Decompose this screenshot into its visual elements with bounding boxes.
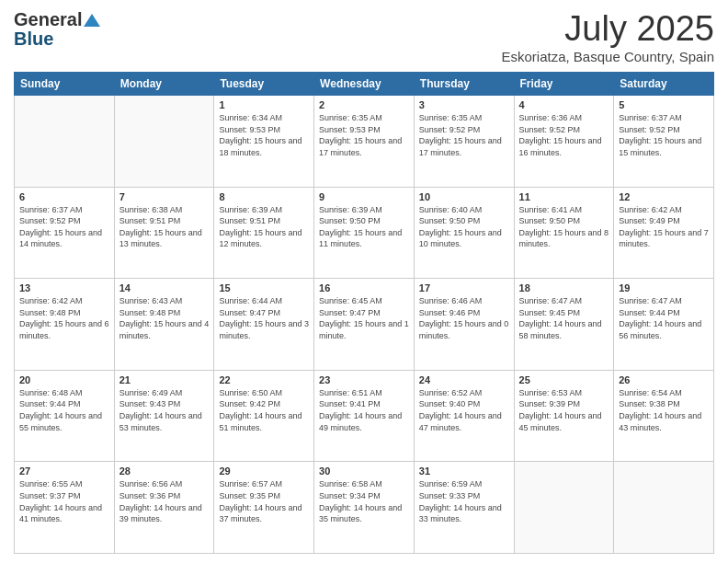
calendar-cell-2-4: 9 Sunrise: 6:39 AM Sunset: 9:50 PM Dayli…	[314, 187, 415, 279]
day-number: 25	[519, 374, 609, 385]
day-number: 3	[419, 99, 509, 110]
calendar-cell-2-1: 6 Sunrise: 6:37 AM Sunset: 9:52 PM Dayli…	[15, 187, 115, 279]
cell-content: Sunrise: 6:38 AM Sunset: 9:51 PM Dayligh…	[119, 204, 210, 250]
calendar-cell-1-7: 5 Sunrise: 6:37 AM Sunset: 9:52 PM Dayli…	[614, 96, 714, 188]
cell-content: Sunrise: 6:54 AM Sunset: 9:38 PM Dayligh…	[619, 387, 709, 433]
calendar-cell-1-1	[15, 96, 115, 188]
day-number: 30	[319, 465, 409, 477]
day-number: 29	[219, 465, 309, 477]
calendar-cell-1-5: 3 Sunrise: 6:35 AM Sunset: 9:52 PM Dayli…	[414, 96, 514, 188]
day-number: 31	[419, 465, 509, 477]
day-number: 26	[619, 374, 709, 385]
cell-content: Sunrise: 6:36 AM Sunset: 9:52 PM Dayligh…	[519, 112, 609, 158]
week-row-5: 27 Sunrise: 6:55 AM Sunset: 9:37 PM Dayl…	[15, 462, 714, 554]
calendar-cell-5-2: 28 Sunrise: 6:56 AM Sunset: 9:36 PM Dayl…	[114, 462, 214, 554]
cell-content: Sunrise: 6:49 AM Sunset: 9:43 PM Dayligh…	[119, 387, 210, 433]
calendar-cell-2-2: 7 Sunrise: 6:38 AM Sunset: 9:51 PM Dayli…	[114, 187, 214, 279]
day-number: 20	[19, 374, 109, 385]
header: General Blue July 2025 Eskoriatza, Basqu…	[14, 9, 714, 64]
calendar-cell-5-5: 31 Sunrise: 6:59 AM Sunset: 9:33 PM Dayl…	[414, 462, 514, 554]
day-number: 9	[319, 191, 409, 202]
cell-content: Sunrise: 6:39 AM Sunset: 9:50 PM Dayligh…	[319, 204, 409, 250]
day-number: 1	[219, 99, 309, 110]
cell-content: Sunrise: 6:34 AM Sunset: 9:53 PM Dayligh…	[219, 112, 309, 158]
calendar: Sunday Monday Tuesday Wednesday Thursday…	[14, 72, 714, 554]
cell-content: Sunrise: 6:52 AM Sunset: 9:40 PM Dayligh…	[419, 387, 509, 433]
cell-content: Sunrise: 6:47 AM Sunset: 9:44 PM Dayligh…	[619, 295, 709, 341]
calendar-cell-3-5: 17 Sunrise: 6:46 AM Sunset: 9:46 PM Dayl…	[414, 279, 514, 371]
cell-content: Sunrise: 6:50 AM Sunset: 9:42 PM Dayligh…	[219, 387, 309, 433]
day-number: 19	[619, 282, 709, 293]
calendar-cell-1-3: 1 Sunrise: 6:34 AM Sunset: 9:53 PM Dayli…	[214, 96, 314, 188]
day-number: 8	[219, 191, 309, 202]
cell-content: Sunrise: 6:48 AM Sunset: 9:44 PM Dayligh…	[19, 387, 109, 433]
cell-content: Sunrise: 6:41 AM Sunset: 9:50 PM Dayligh…	[519, 204, 609, 250]
cell-content: Sunrise: 6:51 AM Sunset: 9:41 PM Dayligh…	[319, 387, 409, 433]
day-number: 12	[619, 191, 709, 202]
cell-content: Sunrise: 6:42 AM Sunset: 9:48 PM Dayligh…	[19, 295, 109, 341]
cell-content: Sunrise: 6:46 AM Sunset: 9:46 PM Dayligh…	[419, 295, 509, 341]
calendar-cell-3-3: 15 Sunrise: 6:44 AM Sunset: 9:47 PM Dayl…	[214, 279, 314, 371]
week-row-3: 13 Sunrise: 6:42 AM Sunset: 9:48 PM Dayl…	[15, 279, 714, 371]
cell-content: Sunrise: 6:57 AM Sunset: 9:35 PM Dayligh…	[219, 478, 309, 524]
cell-content: Sunrise: 6:37 AM Sunset: 9:52 PM Dayligh…	[19, 204, 109, 250]
calendar-cell-3-2: 14 Sunrise: 6:43 AM Sunset: 9:48 PM Dayl…	[114, 279, 214, 371]
day-number: 10	[419, 191, 509, 202]
logo-general-text: General	[14, 9, 82, 30]
day-number: 28	[119, 465, 210, 477]
logo: General Blue	[14, 9, 100, 50]
logo-icon	[84, 12, 100, 29]
col-thursday: Thursday	[414, 73, 514, 96]
cell-content: Sunrise: 6:59 AM Sunset: 9:33 PM Dayligh…	[419, 478, 509, 524]
calendar-cell-4-4: 23 Sunrise: 6:51 AM Sunset: 9:41 PM Dayl…	[314, 370, 415, 462]
title-block: July 2025 Eskoriatza, Basque Country, Sp…	[501, 9, 714, 64]
cell-content: Sunrise: 6:39 AM Sunset: 9:51 PM Dayligh…	[219, 204, 309, 250]
calendar-cell-4-7: 26 Sunrise: 6:54 AM Sunset: 9:38 PM Dayl…	[614, 370, 714, 462]
cell-content: Sunrise: 6:58 AM Sunset: 9:34 PM Dayligh…	[319, 478, 409, 524]
day-number: 2	[319, 99, 409, 110]
calendar-cell-2-7: 12 Sunrise: 6:42 AM Sunset: 9:49 PM Dayl…	[614, 187, 714, 279]
cell-content: Sunrise: 6:42 AM Sunset: 9:49 PM Dayligh…	[619, 204, 709, 250]
calendar-cell-1-4: 2 Sunrise: 6:35 AM Sunset: 9:53 PM Dayli…	[314, 96, 415, 188]
calendar-header-row: Sunday Monday Tuesday Wednesday Thursday…	[15, 73, 714, 96]
day-number: 27	[19, 465, 109, 477]
day-number: 16	[319, 282, 409, 293]
calendar-cell-4-1: 20 Sunrise: 6:48 AM Sunset: 9:44 PM Dayl…	[15, 370, 115, 462]
calendar-cell-3-6: 18 Sunrise: 6:47 AM Sunset: 9:45 PM Dayl…	[514, 279, 614, 371]
day-number: 22	[219, 374, 309, 385]
cell-content: Sunrise: 6:45 AM Sunset: 9:47 PM Dayligh…	[319, 295, 409, 341]
week-row-4: 20 Sunrise: 6:48 AM Sunset: 9:44 PM Dayl…	[15, 370, 714, 462]
calendar-cell-4-3: 22 Sunrise: 6:50 AM Sunset: 9:42 PM Dayl…	[214, 370, 314, 462]
col-friday: Friday	[514, 73, 614, 96]
calendar-cell-1-6: 4 Sunrise: 6:36 AM Sunset: 9:52 PM Dayli…	[514, 96, 614, 188]
svg-marker-0	[84, 14, 100, 27]
day-number: 5	[619, 99, 709, 110]
day-number: 7	[119, 191, 210, 202]
main-title: July 2025	[501, 9, 714, 49]
calendar-cell-4-6: 25 Sunrise: 6:53 AM Sunset: 9:39 PM Dayl…	[514, 370, 614, 462]
col-wednesday: Wednesday	[314, 73, 415, 96]
cell-content: Sunrise: 6:40 AM Sunset: 9:50 PM Dayligh…	[419, 204, 509, 250]
week-row-1: 1 Sunrise: 6:34 AM Sunset: 9:53 PM Dayli…	[15, 96, 714, 188]
cell-content: Sunrise: 6:44 AM Sunset: 9:47 PM Dayligh…	[219, 295, 309, 341]
day-number: 6	[19, 191, 109, 202]
day-number: 24	[419, 374, 509, 385]
calendar-cell-2-5: 10 Sunrise: 6:40 AM Sunset: 9:50 PM Dayl…	[414, 187, 514, 279]
calendar-cell-1-2	[114, 96, 214, 188]
subtitle: Eskoriatza, Basque Country, Spain	[501, 49, 714, 64]
cell-content: Sunrise: 6:43 AM Sunset: 9:48 PM Dayligh…	[119, 295, 210, 341]
calendar-cell-5-3: 29 Sunrise: 6:57 AM Sunset: 9:35 PM Dayl…	[214, 462, 314, 554]
calendar-cell-5-4: 30 Sunrise: 6:58 AM Sunset: 9:34 PM Dayl…	[314, 462, 415, 554]
col-monday: Monday	[114, 73, 214, 96]
cell-content: Sunrise: 6:47 AM Sunset: 9:45 PM Dayligh…	[519, 295, 609, 341]
day-number: 11	[519, 191, 609, 202]
calendar-cell-3-4: 16 Sunrise: 6:45 AM Sunset: 9:47 PM Dayl…	[314, 279, 415, 371]
day-number: 17	[419, 282, 509, 293]
cell-content: Sunrise: 6:35 AM Sunset: 9:53 PM Dayligh…	[319, 112, 409, 158]
cell-content: Sunrise: 6:35 AM Sunset: 9:52 PM Dayligh…	[419, 112, 509, 158]
logo-blue-text: Blue	[14, 29, 53, 50]
calendar-cell-2-6: 11 Sunrise: 6:41 AM Sunset: 9:50 PM Dayl…	[514, 187, 614, 279]
col-sunday: Sunday	[15, 73, 115, 96]
day-number: 14	[119, 282, 210, 293]
calendar-cell-3-1: 13 Sunrise: 6:42 AM Sunset: 9:48 PM Dayl…	[15, 279, 115, 371]
